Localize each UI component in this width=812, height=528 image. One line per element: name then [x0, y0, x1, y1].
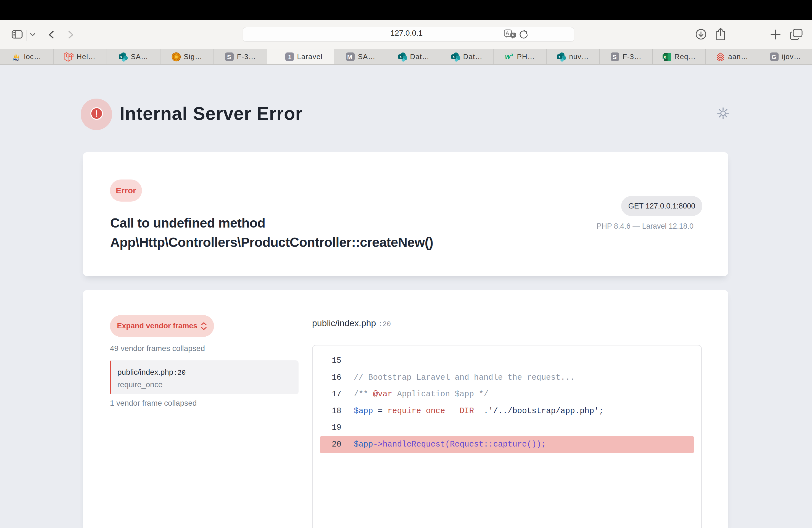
svg-text:M: M [347, 54, 352, 60]
svg-text:s: s [120, 55, 122, 59]
svg-text:G: G [771, 54, 776, 60]
svg-text:S: S [613, 54, 617, 60]
svg-text:s: s [452, 55, 454, 59]
svg-text:s: s [559, 55, 561, 59]
svg-text:X: X [663, 55, 666, 59]
svg-text:1: 1 [288, 54, 291, 60]
svg-text:PMA: PMA [13, 58, 19, 61]
svg-text:S: S [227, 54, 231, 60]
svg-text:W: W [505, 53, 511, 60]
svg-text:3: 3 [511, 53, 513, 57]
svg-text:s: s [400, 55, 401, 59]
